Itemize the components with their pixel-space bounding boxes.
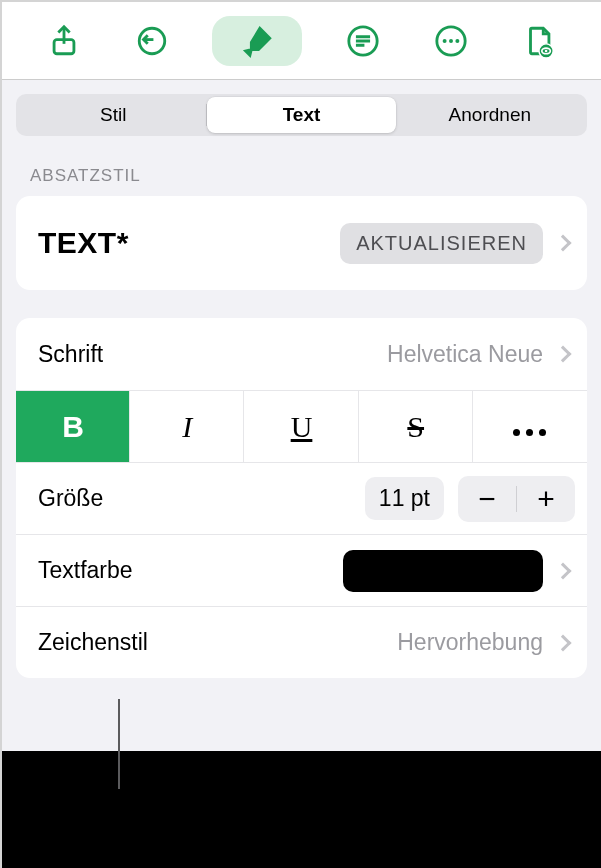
strikethrough-button[interactable]: S — [359, 391, 473, 462]
callout-area — [2, 751, 601, 868]
chevron-right-icon — [555, 346, 572, 363]
italic-glyph: I — [182, 410, 192, 444]
bold-button[interactable]: B — [16, 391, 130, 462]
font-value: Helvetica Neue — [387, 341, 543, 368]
share-icon — [47, 24, 81, 58]
character-style-label: Zeichenstil — [38, 629, 397, 656]
size-label: Größe — [38, 485, 365, 512]
tab-arrange-label: Anordnen — [449, 104, 531, 126]
bius-bar: B I U S — [16, 390, 587, 462]
chevron-right-icon — [555, 634, 572, 651]
font-label: Schrift — [38, 341, 387, 368]
font-row[interactable]: Schrift Helvetica Neue — [16, 318, 587, 390]
paragraph-style-name: TEXT* — [38, 226, 340, 260]
insert-icon — [346, 24, 380, 58]
strike-glyph: S — [407, 410, 424, 444]
tab-text-label: Text — [283, 104, 321, 126]
svg-point-6 — [455, 39, 459, 43]
bold-glyph: B — [62, 410, 84, 444]
size-value[interactable]: 11 pt — [365, 477, 444, 520]
tab-text[interactable]: Text — [207, 97, 395, 133]
size-increase-button[interactable]: + — [517, 482, 575, 516]
more-text-options-button[interactable] — [473, 391, 587, 462]
svg-point-5 — [449, 39, 453, 43]
document-options-button[interactable] — [511, 13, 567, 69]
paragraph-style-card: TEXT* AKTUALISIEREN — [16, 196, 587, 290]
text-color-row[interactable]: Textfarbe — [16, 534, 587, 606]
format-panel: Stil Text Anordnen ABSATZSTIL TEXT* AKTU… — [2, 80, 601, 751]
font-card: Schrift Helvetica Neue B I U S Größe 11 … — [16, 318, 587, 678]
more-button[interactable] — [423, 13, 479, 69]
paintbrush-icon — [240, 24, 274, 58]
paragraph-section-label: ABSATZSTIL — [30, 166, 573, 186]
tab-style-label: Stil — [100, 104, 126, 126]
tab-arrange[interactable]: Anordnen — [396, 97, 584, 133]
toolbar — [2, 2, 601, 80]
panel-tabs: Stil Text Anordnen — [16, 94, 587, 136]
document-eye-icon — [522, 24, 556, 58]
text-color-label: Textfarbe — [38, 557, 343, 584]
more-dots-icon — [510, 411, 549, 443]
share-button[interactable] — [36, 13, 92, 69]
update-style-button[interactable]: AKTUALISIEREN — [340, 223, 543, 264]
character-style-row[interactable]: Zeichenstil Hervorhebung — [16, 606, 587, 678]
chevron-right-icon — [555, 235, 572, 252]
svg-point-4 — [442, 39, 446, 43]
tab-style[interactable]: Stil — [19, 97, 207, 133]
format-button[interactable] — [212, 16, 302, 66]
more-icon — [434, 24, 468, 58]
size-stepper: − + — [458, 476, 575, 522]
italic-button[interactable]: I — [130, 391, 244, 462]
underline-glyph: U — [291, 410, 313, 444]
text-color-swatch — [343, 550, 543, 592]
undo-button[interactable] — [124, 13, 180, 69]
character-style-value: Hervorhebung — [397, 629, 543, 656]
insert-button[interactable] — [335, 13, 391, 69]
size-decrease-button[interactable]: − — [458, 482, 516, 516]
chevron-right-icon — [555, 562, 572, 579]
size-row: Größe 11 pt − + — [16, 462, 587, 534]
svg-point-9 — [545, 49, 548, 52]
undo-icon — [135, 24, 169, 58]
underline-button[interactable]: U — [244, 391, 358, 462]
paragraph-style-row[interactable]: TEXT* AKTUALISIEREN — [16, 196, 587, 290]
callout-line — [118, 699, 120, 789]
